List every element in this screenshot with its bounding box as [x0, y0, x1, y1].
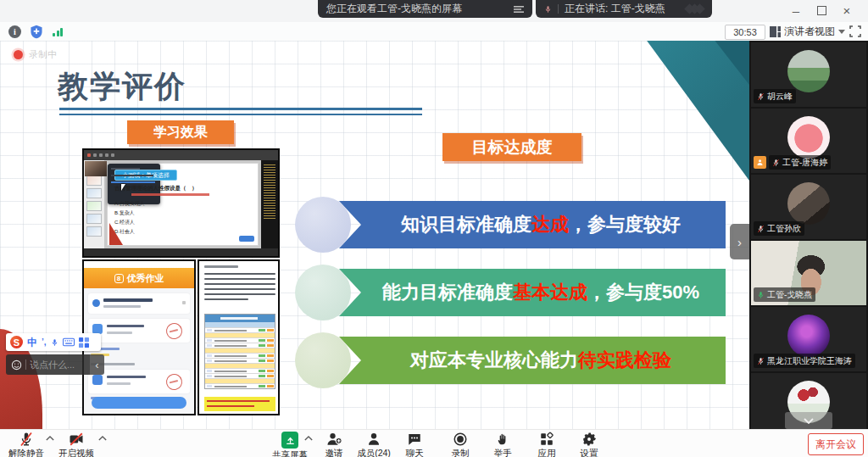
participant-name: 工管孙欣: [767, 223, 801, 235]
restore-button[interactable]: [812, 2, 831, 19]
start-video-button[interactable]: 开启视频: [49, 432, 103, 457]
shield-icon[interactable]: [30, 25, 43, 39]
app-submit-button: [92, 397, 186, 409]
participant-tile[interactable]: 工管-唐海婷: [751, 109, 866, 173]
ime-punct-toggle[interactable]: ʼ,: [42, 338, 47, 347]
chat-icon: [407, 432, 422, 447]
participant-tile[interactable]: 胡云峰: [751, 42, 866, 107]
avatar: [787, 50, 830, 92]
speaking-banner: 正在讲话: 工管-戈晓燕: [536, 0, 712, 18]
label-goal-achievement: 目标达成度: [442, 133, 581, 161]
host-badge-icon: [754, 156, 766, 169]
participant-name: 工管-唐海婷: [782, 157, 827, 169]
app-card: [88, 319, 190, 343]
mic-on-icon: [757, 291, 765, 299]
app-logo: 8: [114, 274, 124, 283]
fullscreen-icon[interactable]: [849, 25, 861, 37]
layout-icon: [770, 26, 781, 37]
gear-icon: [581, 432, 597, 447]
menu-icon[interactable]: [514, 5, 524, 14]
chat-placeholder: 说点什么...: [30, 359, 75, 371]
speaking-banner-text: 正在讲话: 工管-戈晓燕: [565, 2, 665, 16]
meeting-window: 您正在观看工管-戈晓燕的屏幕 正在讲话: 工管-戈晓燕 – × i 30:53: [0, 0, 868, 457]
banner-core-skill: 对应本专业核心能力待实践检验: [339, 337, 726, 384]
mini-status-bar: [84, 248, 278, 256]
recording-indicator-label: 录制中: [29, 48, 57, 61]
mic-muted-icon: [19, 432, 34, 447]
network-signal-icon[interactable]: [53, 28, 63, 36]
banner-ability: 能力目标准确度基本达成，参与度50%: [339, 269, 726, 316]
participant-sidebar: 胡云峰 工管-唐海婷 工管孙欣: [749, 41, 868, 429]
avatar: [787, 182, 830, 225]
raise-hand-icon: [496, 432, 509, 447]
watching-banner: 您正在观看工管-戈晓燕的屏幕: [318, 0, 532, 18]
mini-slide: 小测试：单项选择 古典管理理论的人性假设是（ ） A.自我实现人 B.复杂人 C…: [108, 164, 258, 245]
camera-off-icon: [68, 432, 85, 447]
banner-circle-3: [295, 332, 351, 388]
leave-meeting-button[interactable]: 离开会议: [808, 433, 864, 455]
banner-circle-2: [295, 265, 351, 320]
chevron-down-icon: [838, 30, 845, 34]
recording-indicator-dot: [14, 50, 23, 59]
app-header: 8 优秀作业: [84, 268, 194, 288]
doc-highlight-note: [204, 397, 275, 411]
participant-tile[interactable]: 工管孙欣: [751, 175, 866, 239]
banner-circle-1: [295, 197, 351, 253]
sidebar-collapse-handle[interactable]: ›: [730, 224, 749, 259]
invite-icon: [326, 432, 342, 447]
avatar: [787, 315, 830, 357]
screenshot-document: [198, 259, 280, 415]
slide-title-underline: [59, 108, 422, 115]
banner-knowledge: 知识目标准确度达成，参与度较好: [339, 201, 726, 248]
chat-collapse-button[interactable]: ‹: [90, 354, 104, 375]
ime-lang-toggle[interactable]: 中: [27, 337, 37, 348]
ime-toolbox-icon[interactable]: [79, 337, 89, 348]
scroll-down-button[interactable]: [785, 412, 832, 429]
app-title: 优秀作业: [127, 272, 164, 285]
avatar: [787, 116, 830, 159]
ime-keyboard-icon[interactable]: [63, 337, 75, 347]
participant-name: 胡云峰: [767, 91, 793, 103]
participant-name: 工管-戈晓燕: [767, 289, 812, 301]
apps-icon: [539, 432, 554, 447]
ime-mic-icon[interactable]: [51, 337, 58, 348]
mic-muted-icon: [757, 357, 765, 365]
doc-table: [204, 314, 275, 389]
close-button[interactable]: ×: [837, 2, 856, 19]
share-screen-icon: [281, 432, 298, 449]
chevron-up-icon[interactable]: [98, 435, 107, 442]
quick-chat-input[interactable]: 说点什么... ‹: [6, 354, 104, 375]
slide-title: 教学评价: [58, 66, 186, 108]
view-mode-selector[interactable]: 演讲者视图: [770, 24, 845, 39]
quiz-source-line: [131, 193, 209, 196]
participant-tile[interactable]: 黑龙江职业学院王海涛: [751, 307, 866, 371]
minimize-button[interactable]: –: [787, 2, 805, 19]
mini-toolbar: [84, 150, 278, 160]
label-learning-effect: 学习效果: [127, 120, 234, 144]
participant-name: 黑龙江职业学院王海涛: [767, 355, 852, 367]
info-icon[interactable]: i: [8, 25, 21, 38]
emoji-icon[interactable]: [11, 359, 22, 371]
record-icon: [453, 432, 468, 447]
members-icon: [366, 432, 381, 447]
meeting-timer: 30:53: [725, 25, 765, 40]
slide-teal-corner: [584, 41, 749, 181]
ime-logo[interactable]: S: [10, 336, 23, 348]
screen-share-area: 录制中 教学评价 学习效果 目标达成度 知识目标准确度达成，参与度较好 能力目标…: [0, 41, 749, 429]
screenshot-quiz: 小测试：单项选择 古典管理理论的人性假设是（ ） A.自我实现人 B.复杂人 C…: [82, 148, 280, 258]
divider: [25, 359, 26, 370]
settings-button[interactable]: 设置: [562, 432, 616, 457]
ime-toolbar: S 中 ʼ,: [6, 333, 101, 351]
speaker-mic-icon: [544, 4, 552, 14]
participant-tile-active-speaker[interactable]: 工管-戈晓燕: [751, 241, 866, 305]
mini-webcam: [85, 161, 107, 176]
participant-tile[interactable]: [751, 373, 866, 429]
watching-banner-text: 您正在观看工管-戈晓燕的屏幕: [326, 2, 462, 16]
mini-red-triangle: [109, 223, 123, 245]
mic-muted-icon: [772, 159, 780, 167]
divider: [558, 4, 559, 14]
mini-chat-rail: [261, 160, 278, 248]
app-card: [88, 293, 190, 314]
speaker-pill-decor: [688, 3, 704, 15]
quiz-question: 古典管理理论的人性假设是（ ）: [114, 185, 198, 192]
